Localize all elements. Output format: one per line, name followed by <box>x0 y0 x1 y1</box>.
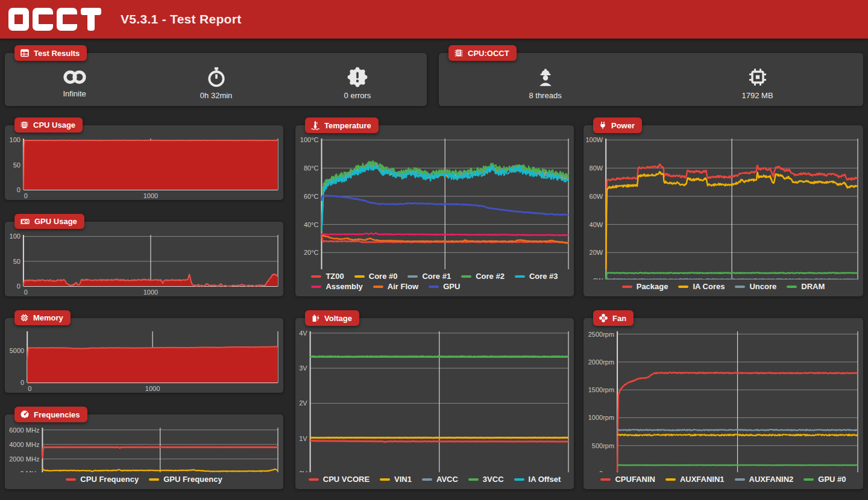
svg-text:1000rpm: 1000rpm <box>588 414 614 421</box>
legend-color-dash <box>600 478 611 481</box>
frequencies-legend: CPU FrequencyGPU Frequency <box>66 472 222 489</box>
legend-label: GPU Frequency <box>163 475 222 484</box>
svg-text:1V: 1V <box>299 435 307 442</box>
legend-item: Package <box>622 282 668 291</box>
legend-color-dash <box>373 286 383 288</box>
legend-color-dash <box>66 478 76 481</box>
legend-color-dash <box>622 286 632 288</box>
legend-item: CPU Frequency <box>66 475 139 484</box>
chip-icon <box>747 66 769 88</box>
legend-label: Core #0 <box>369 272 398 281</box>
legend-color-dash <box>354 275 365 278</box>
svg-text:0V: 0V <box>299 470 307 472</box>
legend-item: Core #1 <box>407 272 451 281</box>
legend-color-dash <box>735 286 745 288</box>
error-badge-icon <box>347 66 368 88</box>
legend-label: AUXFANIN2 <box>749 475 794 484</box>
svg-text:80°C: 80°C <box>304 164 319 172</box>
test-error-count: 0 errors <box>344 66 371 100</box>
legend-color-dash <box>514 478 524 481</box>
memory-badge: Memory <box>14 310 71 325</box>
memory-size: 1792 MB <box>742 66 773 100</box>
svg-text:100: 100 <box>10 233 20 240</box>
legend-item: IA Offset <box>514 475 561 484</box>
legend-color-dash <box>735 478 745 481</box>
svg-text:500rpm: 500rpm <box>592 442 614 449</box>
report-icon <box>20 48 30 58</box>
legend-color-dash <box>429 286 439 288</box>
thread-count: 8 threads <box>529 66 561 100</box>
voltage-badge: Voltage <box>305 310 359 326</box>
fan-badge-label: Fan <box>612 314 626 323</box>
legend-color-dash <box>311 286 321 288</box>
frequencies-chart: 0 MHz2000 MHz4000 MHz6000 MHz01000 <box>5 424 283 472</box>
legend-item: Air Flow <box>373 282 418 291</box>
legend-label: Assembly <box>326 282 362 291</box>
voltage-badge-label: Voltage <box>324 314 352 323</box>
svg-text:1000: 1000 <box>143 192 158 199</box>
legend-color-dash <box>468 478 479 481</box>
svg-text:2V: 2V <box>299 399 307 407</box>
svg-text:0: 0 <box>24 289 28 296</box>
svg-text:0W: 0W <box>593 277 603 280</box>
legend-label: VIN1 <box>394 475 412 484</box>
legend-item: Assembly <box>311 282 362 291</box>
panel-frequencies: Frequencies 0 MHz2000 MHz4000 MHz6000 MH… <box>5 414 283 489</box>
svg-text:60W: 60W <box>590 193 603 200</box>
temperature-badge: Temperature <box>305 117 379 133</box>
svg-text:20W: 20W <box>590 249 603 256</box>
legend-item: Core #3 <box>515 272 558 281</box>
legend-color-dash <box>804 478 814 481</box>
svg-text:0: 0 <box>17 283 20 290</box>
legend-label: IA Offset <box>529 475 561 484</box>
test-duration-mode: Infinite <box>61 68 89 98</box>
test-error-count-label: 0 errors <box>344 91 371 100</box>
temperature-chart: 0°C20°C40°C60°C80°C100°C01000 <box>295 135 574 269</box>
gpu-usage-badge-label: GPU Usage <box>34 217 77 226</box>
app-header: V5.3.1 - Test Report <box>0 0 868 39</box>
legend-color-dash <box>149 478 159 481</box>
memory-chart: 0500001000 <box>5 328 283 393</box>
svg-text:2500rpm: 2500rpm <box>588 331 614 338</box>
cpu-usage-badge-label: CPU Usage <box>33 120 75 130</box>
panel-temperature: Temperature 0°C20°C40°C60°C80°C100°C0100… <box>295 125 574 296</box>
test-duration-mode-label: Infinite <box>63 89 86 98</box>
gpu-usage-chart: 05010001000 <box>5 231 283 296</box>
frequencies-badge-label: Frequencies <box>34 410 80 419</box>
fan-chart: 0rpm500rpm1000rpm1500rpm2000rpm2500rpm01… <box>583 328 863 472</box>
legend-color-dash <box>311 275 321 278</box>
legend-color-dash <box>665 478 676 481</box>
panel-cpu-occt: CPU:OCCT 8 threads <box>439 53 863 106</box>
legend-label: CPU Frequency <box>80 475 139 484</box>
panel-cpu-usage: CPU Usage 05010001000 <box>5 125 283 200</box>
legend-label: 3VCC <box>483 475 504 484</box>
legend-color-dash <box>678 286 688 288</box>
svg-text:50: 50 <box>13 258 20 265</box>
legend-item: AUXFANIN1 <box>665 475 725 484</box>
svg-text:20°C: 20°C <box>304 249 319 256</box>
legend-color-dash <box>422 478 432 481</box>
voltage-legend: CPU VCOREVIN1AVCC3VCCIA Offset <box>309 472 561 489</box>
panel-gpu-usage: GPU Usage 05010001000 <box>5 222 283 296</box>
test-elapsed-time: 0h 32min <box>200 66 232 100</box>
occt-logo <box>8 8 101 31</box>
svg-text:4000 MHz: 4000 MHz <box>9 441 39 448</box>
svg-text:0: 0 <box>24 192 28 199</box>
legend-label: CPUFANIN <box>615 475 655 484</box>
fan-icon <box>599 313 608 323</box>
legend-label: Core #1 <box>422 272 451 281</box>
memory-badge-label: Memory <box>33 313 63 322</box>
svg-text:0: 0 <box>20 379 24 386</box>
legend-color-dash <box>309 478 319 481</box>
svg-text:40°C: 40°C <box>304 221 319 228</box>
temperature-legend: TZ00Core #0Core #1Core #2Core #3Assembly… <box>311 269 558 296</box>
legend-label: AUXFANIN1 <box>680 475 725 484</box>
cpu-usage-chart: 05010001000 <box>5 135 283 200</box>
panel-voltage: Voltage 0V1V2V3V4V01000 CPU VCOREVIN1AVC… <box>295 318 574 489</box>
svg-text:80W: 80W <box>590 164 603 172</box>
legend-item: DRAM <box>787 282 825 291</box>
legend-color-dash <box>515 275 525 278</box>
panel-test-results: Test Results Infinite 0h 32min <box>5 53 427 106</box>
legend-item: 3VCC <box>468 475 504 484</box>
svg-text:0: 0 <box>17 186 20 193</box>
